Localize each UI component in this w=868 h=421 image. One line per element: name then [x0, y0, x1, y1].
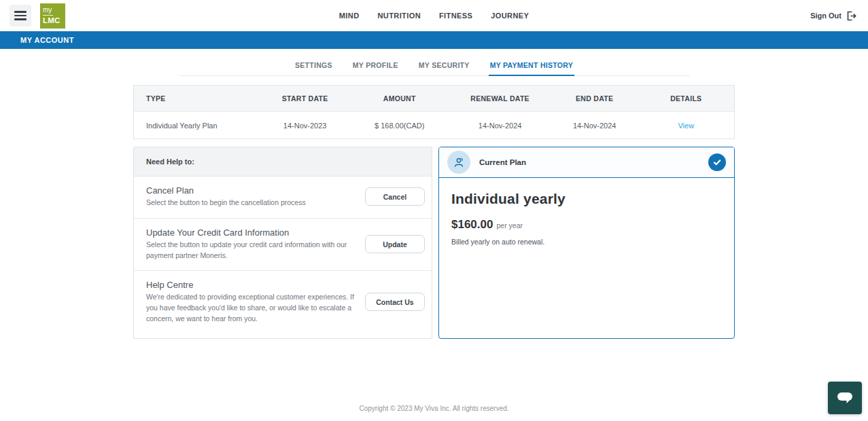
- column-header-amount: AMOUNT: [350, 94, 449, 103]
- update-card-title: Update Your Credit Card Information: [146, 227, 365, 238]
- tab-my-security[interactable]: MY SECURITY: [417, 57, 471, 75]
- update-card-description: Select the button to update your credit …: [146, 240, 365, 261]
- nav-item-fitness[interactable]: FITNESS: [439, 12, 472, 20]
- main-nav: MIND NUTRITION FITNESS JOURNEY: [339, 12, 529, 20]
- column-header-end-date: END DATE: [551, 94, 638, 103]
- brand-logo[interactable]: my LMC: [40, 3, 65, 29]
- nav-item-journey[interactable]: JOURNEY: [491, 12, 529, 20]
- column-header-type: TYPE: [134, 94, 260, 103]
- cell-amount: $ 168.00(CAD): [350, 122, 449, 130]
- cancel-button[interactable]: Cancel: [365, 187, 425, 206]
- help-centre-description: We're dedicated to providing exceptional…: [146, 292, 365, 324]
- help-centre-title: Help Centre: [146, 280, 365, 290]
- update-card-text: Update Your Credit Card Information Sele…: [146, 227, 365, 261]
- cancel-plan-text: Cancel Plan Select the button to begin t…: [146, 185, 365, 208]
- plan-price-row: $160.00 per year: [451, 218, 722, 232]
- current-plan-header: Current Plan: [439, 147, 734, 178]
- tab-settings[interactable]: SETTINGS: [294, 57, 334, 75]
- account-bar: MY ACCOUNT: [0, 31, 868, 49]
- chat-widget-button[interactable]: [828, 382, 862, 414]
- sign-out-button[interactable]: Sign Out: [810, 11, 857, 21]
- current-plan-panel: Current Plan Individual yearly $160.00 p…: [438, 147, 735, 339]
- my-account-page: my LMC MIND NUTRITION FITNESS JOURNEY Si…: [0, 0, 868, 339]
- plan-name: Individual yearly: [451, 191, 722, 207]
- current-plan-label: Current Plan: [479, 158, 526, 166]
- tab-my-payment-history[interactable]: MY PAYMENT HISTORY: [489, 57, 574, 76]
- copyright-text: Copyright © 2023 My Viva Inc. All rights…: [359, 405, 508, 412]
- selected-plan-badge: [708, 153, 726, 171]
- cancel-plan-section: Cancel Plan Select the button to begin t…: [134, 177, 432, 218]
- page-title: MY ACCOUNT: [20, 36, 74, 44]
- chat-bubble-icon: [835, 390, 854, 406]
- check-icon: [712, 158, 722, 167]
- nav-item-mind[interactable]: MIND: [339, 12, 360, 20]
- menu-button[interactable]: [10, 5, 31, 26]
- cell-renewal-date: 14-Nov-2024: [449, 122, 551, 130]
- cell-start-date: 14-Nov-2023: [260, 122, 349, 130]
- view-details-link[interactable]: View: [678, 122, 694, 130]
- help-centre-text: Help Centre We're dedicated to providing…: [146, 280, 365, 324]
- column-header-renewal-date: RENEWAL DATE: [449, 94, 551, 103]
- cancel-plan-description: Select the button to begin the cancellat…: [146, 198, 365, 208]
- column-header-start-date: START DATE: [260, 94, 349, 103]
- tab-my-profile[interactable]: MY PROFILE: [351, 57, 400, 75]
- contact-us-button[interactable]: Contact Us: [365, 293, 425, 311]
- avatar: [447, 151, 470, 174]
- payment-history-table: TYPE START DATE AMOUNT RENEWAL DATE END …: [133, 85, 735, 139]
- logo-text-lmc: LMC: [43, 16, 63, 24]
- update-card-section: Update Your Credit Card Information Sele…: [134, 218, 432, 271]
- need-help-header: Need Help to:: [134, 147, 432, 177]
- plan-billing-note: Billed yearly on auto renewal.: [451, 238, 722, 246]
- help-centre-section: Help Centre We're dedicated to providing…: [134, 270, 432, 333]
- cell-plan-type: Individual Yearly Plan: [134, 122, 260, 130]
- current-plan-body: Individual yearly $160.00 per year Bille…: [439, 178, 734, 259]
- logo-text-my: my: [43, 7, 53, 16]
- sign-out-label: Sign Out: [810, 12, 841, 20]
- column-header-details: DETAILS: [638, 94, 734, 103]
- plan-price: $160.00: [451, 218, 493, 232]
- table-row: Individual Yearly Plan 14-Nov-2023 $ 168…: [134, 111, 734, 139]
- panels-row: Need Help to: Cancel Plan Select the but…: [133, 147, 735, 339]
- top-header: my LMC MIND NUTRITION FITNESS JOURNEY Si…: [0, 0, 868, 31]
- person-icon: [453, 156, 466, 169]
- need-help-panel: Need Help to: Cancel Plan Select the but…: [133, 147, 432, 339]
- nav-item-nutrition[interactable]: NUTRITION: [378, 12, 421, 20]
- cell-end-date: 14-Nov-2024: [551, 122, 638, 130]
- main-content: TYPE START DATE AMOUNT RENEWAL DATE END …: [133, 85, 735, 339]
- update-button[interactable]: Update: [365, 235, 425, 253]
- tab-bar: SETTINGS MY PROFILE MY SECURITY MY PAYME…: [179, 57, 689, 76]
- logout-icon: [846, 11, 857, 21]
- plan-price-period: per year: [496, 221, 523, 230]
- cancel-plan-title: Cancel Plan: [146, 185, 365, 196]
- footer: Copyright © 2023 My Viva Inc. All rights…: [0, 405, 868, 412]
- table-header-row: TYPE START DATE AMOUNT RENEWAL DATE END …: [134, 86, 734, 111]
